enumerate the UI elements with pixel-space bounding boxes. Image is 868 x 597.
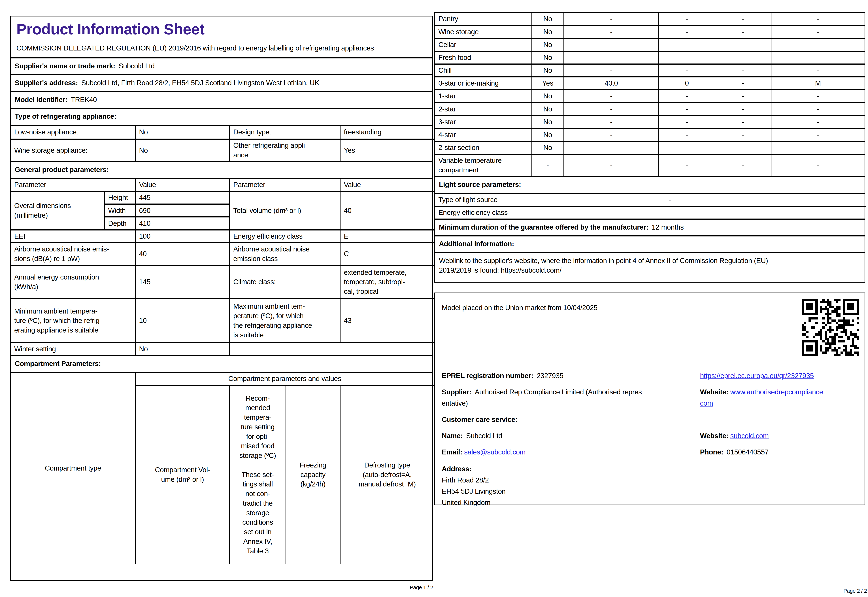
compartment-row: PantryNo---- [435,13,865,25]
compartment-present-cell: No [532,64,564,77]
column-header: Parameter [11,179,135,191]
compartment-temp-cell: - [659,90,715,102]
care-email-link[interactable]: sales@subcold.com [464,448,526,456]
value-cell: No [135,343,230,355]
compartment-parameters-label: Compartment Parameters: [15,359,101,367]
compartment-present-cell: No [532,39,564,51]
compartment-temp-cell: - [659,13,715,25]
compartment-defrost-cell: - [771,141,864,154]
compartment-present-cell: No [532,102,564,116]
guarantee-row: Minimum duration of the guarantee offere… [435,218,865,235]
param-cell: Energy efficiency class [230,230,340,243]
care-phone-value: 01506440557 [727,448,769,456]
compartment-freezing-cell: - [715,39,771,51]
compartment-present-cell: No [532,13,564,25]
compartment-temp-cell: - [659,116,715,128]
compartment-type-cell: Chill [435,64,532,77]
weblink-paragraph: Weblink to the supplier's website, where… [435,252,865,282]
table-row: Minimum ambient tempera- ture (ºC), for … [11,299,434,343]
light-source-label: Light source parameters: [439,181,521,188]
compartment-freezing-cell: - [715,116,771,128]
compartment-defrost-cell: - [771,102,864,116]
page-2-footer: Page 2 / 2 [434,588,867,594]
column-header: Parameter [230,179,340,191]
compartment-type-cell: 2-star [435,102,532,116]
address-block: Address: Firth Road 28/2 EH54 5DJ Living… [442,463,858,508]
compartment-freezing-cell: - [715,51,771,64]
compartment-temp-cell: - [659,141,715,154]
freezing-header: Freezing capacity (kg/24h) [286,385,340,564]
general-parameters-heading: General product parameters: [11,161,433,178]
care-name-label: Name: [442,432,463,440]
param-cell: Wine storage appliance: [11,139,135,161]
value-cell: - [665,194,866,206]
table-row: Low-noise appliance: No Design type: fre… [11,126,434,139]
compartment-row: 2-starNo---- [435,102,865,116]
compartment-defrost-cell: - [771,39,864,51]
table-row: Airborne acoustical noise emis- sions (d… [11,243,434,265]
care-email-label: Email: [442,448,462,456]
column-header: Value [135,179,230,191]
supplier-row: Supplier:Authorised Rep Compliance Limit… [442,386,858,409]
compartment-defrost-cell: - [771,51,864,64]
eprel-row: EPREL registration number:2327935 https:… [442,370,858,382]
compartment-freezing-cell: - [715,141,771,154]
eprel-link[interactable]: https://eprel.ec.europa.eu/qr/2327935 [700,372,814,380]
dimension-value: 445 [135,191,230,204]
defrosting-header: Defrosting type (auto-defrost=A, manual … [340,385,434,564]
type-section-label: Type of refrigerating appliance: [15,112,117,120]
value-cell: 145 [135,265,230,299]
compartment-present-cell: - [532,154,564,176]
compartment-defrost-cell: M [771,77,864,90]
compartment-row: ChillNo---- [435,64,865,77]
value-cell: 40 [135,243,230,265]
compartment-header-table: Compartment type Compartment parameters … [11,373,434,564]
compartment-present-cell: No [532,51,564,64]
temperature-header: Recom- mended tempera- ture setting for … [230,385,286,564]
compartment-volume-cell: - [564,90,659,102]
param-cell: Airborne acoustical noise emission class [230,243,340,265]
guarantee-value: 12 months [652,223,684,231]
compartment-volume-cell: - [564,128,659,141]
qr-code [801,299,859,356]
light-source-table: Type of light source - Energy efficiency… [435,194,866,218]
compartment-freezing-cell: - [715,90,771,102]
address-label: Address: [442,465,471,473]
compartment-defrost-cell: - [771,154,864,176]
compartment-freezing-cell: - [715,13,771,25]
compartment-row: 1-starNo---- [435,90,865,102]
param-cell: EEI [11,230,135,243]
value-cell: 10 [135,299,230,343]
additional-information-label: Additional information: [439,240,514,248]
table-row: Overal dimensions (millimetre) Height 44… [11,191,434,204]
dimension-label: Height [105,191,135,204]
compartment-temp-cell: - [659,51,715,64]
supplier-name-label: Supplier's name or trade mark: [15,62,115,70]
compartment-temp-cell: 0 [659,77,715,90]
care-phone-label: Phone: [700,448,723,456]
param-cell: Overal dimensions (millimetre) [11,191,105,230]
param-cell: Minimum ambient tempera- ture (ºC), for … [11,299,135,343]
eprel-label: EPREL registration number: [442,372,533,380]
supplier-name-value: Subcold Ltd [118,62,155,70]
supplier-value: Authorised Rep Compliance Limited (Autho… [442,388,642,407]
guarantee-label: Minimum duration of the guarantee offere… [439,223,648,231]
compartment-type-cell: 2-star section [435,141,532,154]
compartment-temp-cell: - [659,64,715,77]
supplier-name-row: Supplier's name or trade mark:Subcold Lt… [11,57,433,74]
table-row: EEI 100 Energy efficiency class E [11,230,434,243]
value-cell: 43 [340,299,434,343]
customer-care-label: Customer care service: [442,416,517,423]
value-cell: C [340,243,434,265]
care-website-link[interactable]: subcold.com [730,432,769,440]
compartment-row: Fresh foodNo---- [435,51,865,64]
model-identifier-value: TREK40 [71,96,97,104]
address-lines: Firth Road 28/2 EH54 5DJ Livingston Unit… [442,475,858,508]
value-cell: E [340,230,434,243]
light-source-section: Type of light source - Energy efficiency… [435,193,865,218]
compartment-freezing-cell: - [715,154,771,176]
compartment-type-cell: Pantry [435,13,532,25]
compartment-defrost-cell: - [771,25,864,38]
compartment-type-cell: 3-star [435,116,532,128]
care-website-label: Website: [700,432,729,440]
